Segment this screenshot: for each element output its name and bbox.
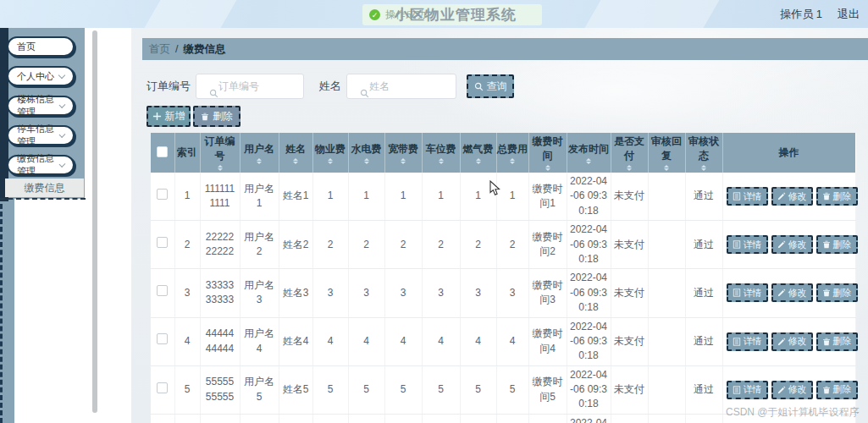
row-edit-button[interactable]: 修改 <box>771 283 813 302</box>
cell-review_reply <box>648 414 685 423</box>
sidebar-item-个人中心[interactable]: 个人中心 <box>7 66 75 86</box>
doc-icon <box>733 338 741 346</box>
cell-name: 姓名3 <box>279 269 312 317</box>
sidebar-item-停车信息管理[interactable]: 停车信息管理 <box>7 125 75 146</box>
row-delete-button[interactable]: 删除 <box>816 381 858 399</box>
cell-utility_fee: 5 <box>348 365 384 414</box>
select-all-header <box>151 133 174 173</box>
sort-carets-icon[interactable] <box>257 158 262 164</box>
search-icon <box>474 82 484 91</box>
row-checkbox-cell <box>151 173 174 221</box>
cell-broadband_fee: 6 <box>384 414 422 423</box>
sort-carets-icon[interactable] <box>364 158 369 164</box>
sort-carets-icon[interactable] <box>545 165 550 171</box>
cell-review_reply <box>648 317 685 365</box>
cell-review_status: 通过 <box>685 365 722 414</box>
column-header-是否支付[interactable]: 是否支付 <box>611 133 648 173</box>
breadcrumb-home[interactable]: 首页 <box>149 42 170 57</box>
cell-username: 用户名3 <box>240 269 279 317</box>
main-content: 首页 / 缴费信息 订单编号 姓名 查询 新增 <box>131 28 868 423</box>
cell-name: 姓名4 <box>279 317 312 365</box>
column-header-宽带费[interactable]: 宽带费 <box>384 133 422 173</box>
payment-table: 索引订单编号用户名姓名物业费水电费宽带费车位费燃气费总费用缴费时间发布时间是否支… <box>151 133 855 423</box>
row-detail-button[interactable]: 详情 <box>727 283 768 302</box>
sort-carets-icon[interactable] <box>439 158 444 164</box>
order-number-label: 订单编号 <box>147 79 191 94</box>
plus-icon <box>152 112 162 121</box>
sort-carets-icon[interactable] <box>293 158 298 164</box>
sidebar-item-缴费信息管理[interactable]: 缴费信息管理 <box>7 155 75 175</box>
cell-gas_fee: 6 <box>460 414 496 423</box>
column-header-订单编号[interactable]: 订单编号 <box>200 133 240 173</box>
query-button[interactable]: 查询 <box>467 74 514 98</box>
row-edit-button[interactable]: 修改 <box>771 187 813 206</box>
cell-name: 姓名6 <box>279 414 312 423</box>
sidebar-item-payment-info[interactable]: 缴费信息 <box>5 179 84 197</box>
trash-icon <box>822 192 831 201</box>
pencil-icon <box>777 240 786 249</box>
row-edit-button[interactable]: 修改 <box>771 332 813 351</box>
cell-publish_time: 2022-04-06 09:30:18 <box>567 317 611 365</box>
sort-carets-icon[interactable] <box>510 158 515 164</box>
sort-carets-icon[interactable] <box>476 158 481 164</box>
row-detail-button[interactable]: 详情 <box>727 235 768 254</box>
sidebar-item-楼栋信息管理[interactable]: 楼栋信息管理 <box>7 96 75 116</box>
row-delete-button[interactable]: 删除 <box>816 235 858 254</box>
chevron-down-icon <box>58 71 65 78</box>
cell-review_reply <box>648 365 685 414</box>
column-header-水电费[interactable]: 水电费 <box>348 133 384 173</box>
sidebar-item-label: 个人中心 <box>17 70 54 83</box>
column-header-label: 是否支付 <box>611 135 648 163</box>
sort-carets-icon[interactable] <box>701 165 706 171</box>
row-checkbox[interactable] <box>157 285 168 296</box>
cell-pay_time: 缴费时间3 <box>528 269 567 317</box>
column-header-发布时间[interactable]: 发布时间 <box>567 133 611 173</box>
row-edit-button[interactable]: 修改 <box>771 235 813 254</box>
sort-carets-icon[interactable] <box>328 158 333 164</box>
sort-carets-icon[interactable] <box>627 165 632 171</box>
row-checkbox[interactable] <box>157 382 168 393</box>
logout-button[interactable]: 退出 <box>838 7 860 22</box>
sort-carets-icon[interactable] <box>664 165 669 171</box>
column-header-燃气费[interactable]: 燃气费 <box>460 133 496 173</box>
column-header-用户名[interactable]: 用户名 <box>240 133 279 173</box>
operator-label: 操作员 1 <box>780 7 822 22</box>
row-checkbox[interactable] <box>157 333 168 344</box>
row-delete-button[interactable]: 删除 <box>816 283 858 302</box>
cell-is_paid: 未支付 <box>611 173 648 221</box>
row-checkbox[interactable] <box>157 189 168 200</box>
sort-carets-icon[interactable] <box>586 158 591 164</box>
row-edit-button[interactable]: 修改 <box>771 381 813 399</box>
row-detail-button[interactable]: 详情 <box>727 187 768 206</box>
column-header-物业费[interactable]: 物业费 <box>312 133 348 173</box>
cell-publish_time: 2022-04-06 09:30:18 <box>567 269 611 317</box>
column-header-姓名[interactable]: 姓名 <box>279 133 312 173</box>
sort-carets-icon[interactable] <box>218 165 223 171</box>
column-header-审核状态[interactable]: 审核状态 <box>685 133 722 173</box>
cell-gas_fee: 5 <box>460 365 496 414</box>
cell-property_fee: 5 <box>312 365 348 414</box>
delete-button[interactable]: 删除 <box>193 106 240 127</box>
cell-pay_time: 缴费时间5 <box>528 365 567 414</box>
cell-review_reply <box>648 269 685 317</box>
page-title: 小区物业管理系统 <box>395 5 517 25</box>
cell-order_no: 6666666666 <box>200 414 240 423</box>
add-button[interactable]: 新增 <box>147 106 191 127</box>
sidebar-item-首页[interactable]: 首页 <box>7 36 75 57</box>
row-detail-button[interactable]: 详情 <box>727 332 768 351</box>
cell-review_reply <box>648 221 685 269</box>
row-delete-button[interactable]: 删除 <box>816 332 858 351</box>
row-detail-button[interactable]: 详情 <box>727 381 768 399</box>
column-header-审核回复[interactable]: 审核回复 <box>648 133 685 173</box>
column-header-缴费时间[interactable]: 缴费时间 <box>528 133 567 173</box>
row-checkbox[interactable] <box>157 237 168 248</box>
column-header-总费用[interactable]: 总费用 <box>496 133 528 173</box>
cell-utility_fee: 1 <box>348 173 384 221</box>
sidebar-item-label: 缴费信息管理 <box>17 152 60 178</box>
row-delete-button[interactable]: 删除 <box>816 187 858 206</box>
cell-review_status: 通过 <box>685 173 722 221</box>
column-header-车位费[interactable]: 车位费 <box>422 133 460 173</box>
sort-carets-icon[interactable] <box>401 158 406 164</box>
sidebar-scrollbar[interactable] <box>92 30 97 413</box>
select-all-checkbox[interactable] <box>157 146 168 157</box>
